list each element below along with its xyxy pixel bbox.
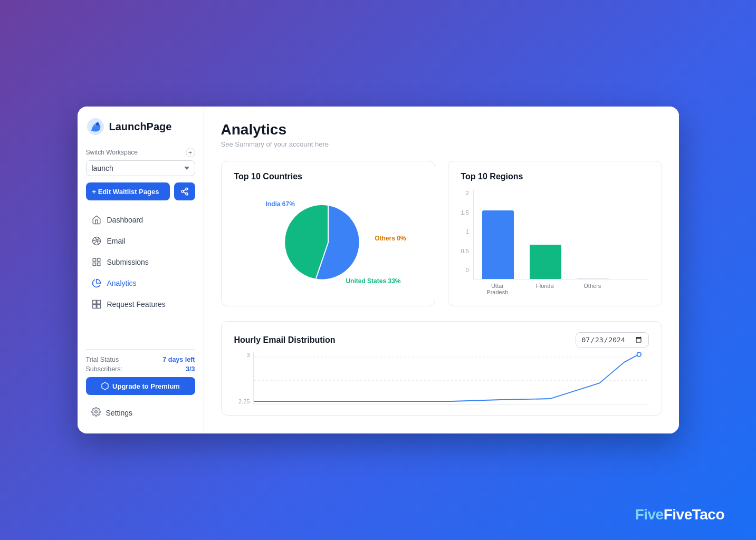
sidebar-bottom: Trial Status 7 days left Subscribers: 3/…	[86, 349, 195, 402]
line-chart-svg	[254, 352, 649, 404]
sidebar-nav: Dashboard Email Submissions Analytics	[86, 210, 195, 314]
top-regions-card: Top 10 Regions 2 1.5 1 0.5 0	[448, 161, 662, 306]
bar-y-axis: 2 1.5 1 0.5 0	[461, 190, 469, 274]
features-icon	[91, 299, 102, 310]
bar-label-florida: Florida	[529, 283, 561, 295]
pie-label-us: United States 33%	[346, 277, 400, 285]
sidebar-item-dashboard[interactable]: Dashboard	[86, 210, 195, 230]
bars-inner	[473, 190, 649, 279]
bar-x-axis: Uttar Pradesh Florida Others	[473, 279, 649, 295]
sidebar-logo-text: LaunchPage	[109, 121, 172, 133]
bar-florida	[530, 245, 561, 279]
bar-uttar-pradesh	[482, 210, 514, 279]
settings-item[interactable]: Settings	[86, 402, 195, 423]
fivetaco-text: FiveTaco	[664, 506, 724, 523]
hourly-card: Hourly Email Distribution 3 2.25	[221, 321, 662, 416]
share-button[interactable]	[174, 182, 195, 200]
pie-chart-container: India 67% Others 0% United States 33%	[234, 190, 422, 295]
pie-label-india: India 67%	[266, 200, 295, 208]
hourly-title: Hourly Email Distribution	[234, 335, 336, 345]
top-countries-card: Top 10 Countries India 67% Others 0% Uni…	[221, 161, 435, 306]
svg-rect-11	[93, 263, 95, 266]
top-countries-title: Top 10 Countries	[234, 172, 422, 181]
svg-point-3	[181, 190, 184, 192]
bars-wrapper: Uttar Pradesh Florida Others	[473, 190, 649, 295]
svg-rect-13	[97, 301, 100, 304]
analytics-icon	[91, 278, 102, 288]
settings-label: Settings	[106, 409, 133, 417]
svg-line-5	[183, 192, 186, 194]
sidebar: LaunchPage Switch Workspace + launch + E…	[78, 107, 204, 433]
line-chart-area	[253, 352, 649, 404]
bar-label-others: Others	[577, 283, 608, 295]
sidebar-item-submissions[interactable]: Submissions	[86, 252, 195, 272]
main-content: Analytics See Summary of your account he…	[204, 107, 679, 433]
svg-rect-14	[97, 305, 100, 308]
bar-rect-florida	[530, 245, 561, 279]
email-icon	[91, 236, 102, 246]
sidebar-logo: LaunchPage	[86, 117, 195, 136]
svg-rect-12	[92, 301, 96, 304]
top-regions-title: Top 10 Regions	[461, 172, 649, 181]
svg-point-4	[186, 193, 188, 195]
bar-label-uttar-pradesh: Uttar Pradesh	[482, 283, 513, 295]
date-picker-wrapper[interactable]	[576, 332, 649, 348]
svg-rect-15	[92, 305, 96, 308]
sidebar-submissions-label: Submissions	[107, 258, 149, 266]
sidebar-item-analytics[interactable]: Analytics	[86, 273, 195, 293]
fivetaco-highlight: Five	[635, 506, 664, 523]
svg-point-1	[96, 122, 99, 126]
bar-chart-container: 2 1.5 1 0.5 0	[461, 190, 649, 295]
bar-rect-uttar-pradesh	[482, 210, 514, 279]
subscribers-row: Subscribers: 3/3	[86, 365, 195, 373]
sidebar-item-email[interactable]: Email	[86, 231, 195, 251]
pie-chart-svg	[286, 200, 370, 285]
subscribers-label: Subscribers:	[86, 365, 122, 373]
svg-rect-9	[97, 258, 100, 261]
trial-status-value: 7 days left	[162, 356, 195, 363]
add-workspace-icon[interactable]: +	[186, 148, 195, 157]
share-icon	[180, 187, 189, 196]
submissions-icon	[91, 257, 102, 267]
svg-line-6	[183, 189, 186, 191]
upgrade-icon	[101, 382, 109, 390]
fivetaco-brand: FiveFiveTaco	[635, 506, 724, 523]
sidebar-features-label: Request Features	[107, 300, 166, 308]
upgrade-button[interactable]: Upgrade to Premium	[86, 377, 195, 395]
settings-icon	[91, 407, 101, 418]
page-title: Analytics	[221, 121, 662, 138]
svg-point-16	[94, 411, 97, 413]
edit-waitlist-button[interactable]: + Edit Waitlist Pages	[86, 182, 170, 200]
line-y-axis: 3 2.25	[234, 352, 250, 404]
app-window: LaunchPage Switch Workspace + launch + E…	[78, 107, 679, 433]
line-chart-wrapper: 3 2.25	[234, 352, 649, 404]
switch-workspace-label: Switch Workspace +	[86, 148, 195, 157]
sidebar-item-request-features[interactable]: Request Features	[86, 294, 195, 314]
svg-point-21	[637, 352, 640, 356]
svg-rect-8	[93, 258, 95, 261]
workspace-select[interactable]: launch	[86, 160, 195, 176]
trial-status-label: Trial Status	[86, 356, 119, 363]
svg-rect-10	[97, 263, 100, 266]
page-subtitle: See Summary of your account here	[221, 140, 662, 148]
svg-point-2	[186, 188, 188, 190]
upgrade-label: Upgrade to Premium	[112, 382, 180, 390]
hourly-header: Hourly Email Distribution	[234, 332, 649, 348]
subscribers-value: 3/3	[186, 365, 195, 373]
launchpage-logo-icon	[86, 117, 105, 136]
sidebar-email-label: Email	[107, 237, 126, 245]
charts-row: Top 10 Countries India 67% Others 0% Uni…	[221, 161, 662, 306]
switch-workspace-text: Switch Workspace	[86, 149, 138, 156]
bar-rect-others	[577, 278, 609, 279]
action-buttons-row: + Edit Waitlist Pages	[86, 182, 195, 200]
pie-label-others: Others 0%	[375, 235, 406, 242]
home-icon	[91, 215, 102, 225]
date-input[interactable]	[581, 335, 643, 344]
bar-others	[577, 278, 609, 279]
sidebar-analytics-label: Analytics	[107, 279, 137, 287]
sidebar-dashboard-label: Dashboard	[107, 216, 143, 224]
trial-status-row: Trial Status 7 days left	[86, 356, 195, 363]
